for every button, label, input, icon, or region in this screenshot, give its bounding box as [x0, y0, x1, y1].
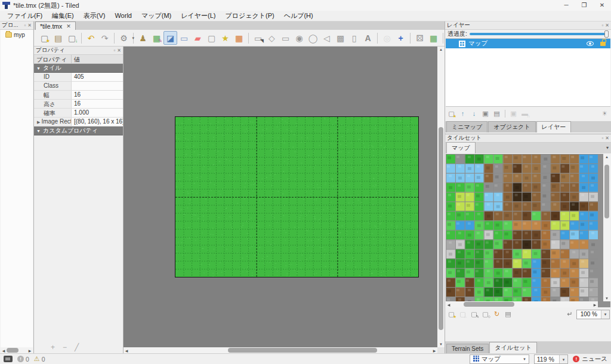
- unlocked-padlock-icon[interactable]: [600, 42, 606, 46]
- property-value[interactable]: [(80, 160), 16 x 16]: [72, 118, 123, 126]
- rectangular-select-icon[interactable]: ▢: [205, 31, 218, 45]
- merge-layer-down-icon[interactable]: ▣: [508, 109, 519, 119]
- lock-layer-icon[interactable]: ▬∩: [520, 109, 530, 119]
- remove-layer-icon[interactable]: ▤: [492, 109, 502, 119]
- close-panel-icon[interactable]: ✕: [605, 135, 609, 141]
- property-value[interactable]: 16: [72, 100, 123, 108]
- dropdown-arrow-icon[interactable]: ▾: [559, 355, 568, 363]
- close-panel-icon[interactable]: ✕: [27, 23, 32, 28]
- insert-rectangle-icon[interactable]: ▭: [279, 31, 292, 45]
- duplicate-layer-icon[interactable]: ▣: [480, 109, 490, 119]
- property-section-0[interactable]: ▼タイル: [34, 64, 123, 73]
- scroll-right-icon[interactable]: ▶: [592, 301, 598, 307]
- highlight-current-layer-icon[interactable]: ☀: [600, 109, 610, 119]
- opacity-slider[interactable]: [470, 33, 609, 35]
- same-tile-select-icon[interactable]: ▦: [232, 31, 246, 45]
- scroll-right-icon[interactable]: ▶: [431, 347, 437, 353]
- property-value[interactable]: [72, 82, 123, 90]
- minimize-button[interactable]: ─: [557, 0, 575, 11]
- scrollbar-thumb[interactable]: [604, 165, 609, 218]
- tileset-canvas[interactable]: [446, 154, 598, 301]
- menu-item-2[interactable]: 表示(V): [79, 11, 110, 21]
- insert-point-icon[interactable]: ◉: [292, 31, 306, 45]
- menu-item-3[interactable]: World: [110, 11, 137, 21]
- scroll-left-icon[interactable]: ◀: [446, 301, 452, 307]
- edit-tileset-icon[interactable]: ▢✎: [469, 309, 479, 319]
- insert-text-icon[interactable]: A: [361, 31, 375, 45]
- dock-tab-0[interactable]: ミニマップ: [446, 121, 487, 132]
- edit-polygons-icon[interactable]: ◇: [265, 31, 279, 45]
- news-button[interactable]: ! ニュース: [573, 355, 607, 363]
- scroll-up-icon[interactable]: ▲: [603, 154, 610, 160]
- random-mode-icon[interactable]: ⚄: [413, 31, 427, 45]
- export-tileset-icon[interactable]: ↻: [492, 309, 502, 319]
- new-layer-icon[interactable]: ▢★: [446, 109, 456, 119]
- project-hscrollbar[interactable]: ◀ ▶: [1, 347, 33, 353]
- tileset-bottom-tab-0[interactable]: Terrain Sets: [446, 344, 489, 353]
- scroll-right-icon[interactable]: ▶: [27, 347, 33, 353]
- new-file-icon[interactable]: ▢★: [38, 31, 51, 45]
- slider-handle[interactable]: [604, 30, 609, 38]
- undo-icon[interactable]: ↶: [84, 31, 98, 45]
- active-layer-combo[interactable]: マップ ▾: [470, 354, 529, 364]
- menu-item-6[interactable]: プロジェクト(P): [220, 11, 279, 21]
- view-tileset-properties-icon[interactable]: ▢○: [480, 309, 490, 319]
- float-panel-icon[interactable]: ▫: [24, 23, 26, 28]
- dock-tab-1[interactable]: オブジェクト: [488, 121, 535, 132]
- overlapping-circles-icon[interactable]: ◎: [380, 31, 394, 45]
- float-panel-icon[interactable]: ▫: [601, 23, 603, 28]
- insert-template-icon[interactable]: ▯: [347, 31, 361, 45]
- map-hscrollbar[interactable]: ◀ ▶: [124, 347, 437, 353]
- project-folder-item[interactable]: myp: [1, 30, 33, 38]
- scroll-down-icon[interactable]: ▼: [437, 341, 445, 347]
- float-panel-icon[interactable]: ▫: [113, 48, 115, 53]
- tileset-hscrollbar[interactable]: ◀ ▶: [446, 301, 598, 307]
- tileset-bottom-tab-1[interactable]: タイルセット: [489, 342, 536, 353]
- dropdown-arrow-icon[interactable]: ▾: [601, 310, 609, 319]
- insert-ellipse-icon[interactable]: ◯: [306, 31, 320, 45]
- tileset-list-dropdown-icon[interactable]: ▾: [606, 145, 609, 150]
- close-button[interactable]: ✕: [593, 0, 611, 11]
- menu-item-4[interactable]: マップ(M): [137, 11, 176, 21]
- property-value[interactable]: 1.000: [72, 109, 123, 117]
- close-panel-icon[interactable]: ✕: [117, 48, 121, 53]
- menu-item-7[interactable]: ヘルプ(H): [279, 11, 318, 21]
- remove-property-icon[interactable]: −: [63, 343, 67, 351]
- raise-layer-icon[interactable]: ↑: [458, 109, 468, 119]
- embed-tileset-icon[interactable]: ▢←: [458, 309, 468, 319]
- scrollbar-thumb[interactable]: [7, 348, 18, 353]
- execute-commands-icon[interactable]: ⚙▾: [117, 31, 131, 45]
- eraser-icon[interactable]: ▰: [191, 31, 205, 45]
- property-section-7[interactable]: ▼カスタムプロパティ: [34, 127, 123, 135]
- scroll-down-icon[interactable]: ▼: [603, 295, 610, 301]
- scrollbar-thumb[interactable]: [439, 127, 443, 330]
- dynamic-wrap-icon[interactable]: ↵: [565, 309, 575, 319]
- open-file-icon[interactable]: ▤: [51, 31, 65, 45]
- scroll-left-icon[interactable]: ◀: [124, 347, 129, 353]
- stamp-brush-icon[interactable]: ♟: [136, 31, 150, 45]
- layer-row-map[interactable]: マップ: [446, 39, 610, 48]
- map-vscrollbar[interactable]: ▲ ▼: [437, 47, 445, 347]
- scroll-up-icon[interactable]: ▲: [437, 47, 445, 53]
- visibility-eye-icon[interactable]: [587, 41, 594, 46]
- menu-item-5[interactable]: レイヤー(L): [176, 11, 220, 21]
- float-panel-icon[interactable]: ▫: [601, 135, 603, 141]
- error-counter[interactable]: ! 0: [17, 356, 29, 363]
- save-file-icon[interactable]: ▢↓: [65, 31, 79, 45]
- tileset-vscrollbar[interactable]: ▲ ▼: [603, 154, 610, 301]
- delete-tileset-icon[interactable]: ▤: [503, 309, 513, 319]
- redo-icon[interactable]: ↷: [98, 31, 112, 45]
- move-layer-icon[interactable]: +: [394, 31, 408, 45]
- add-property-icon[interactable]: +: [51, 343, 55, 351]
- close-panel-icon[interactable]: ✕: [605, 23, 609, 28]
- tab-tile-tmx[interactable]: *tile.tmx ✕: [35, 21, 76, 30]
- menu-item-1[interactable]: 編集(E): [47, 11, 79, 21]
- map-canvas[interactable]: [175, 116, 419, 277]
- tileset-zoom-combo[interactable]: 100 % ▾: [576, 310, 610, 319]
- dock-tab-2[interactable]: レイヤー: [536, 121, 572, 132]
- lower-layer-icon[interactable]: ↓: [469, 109, 479, 119]
- shape-fill-icon[interactable]: ▭: [177, 31, 191, 45]
- menu-item-0[interactable]: ファイル(F): [2, 11, 47, 21]
- warning-counter[interactable]: ⚠ 0: [34, 355, 45, 363]
- insert-polygon-icon[interactable]: ◁: [320, 31, 334, 45]
